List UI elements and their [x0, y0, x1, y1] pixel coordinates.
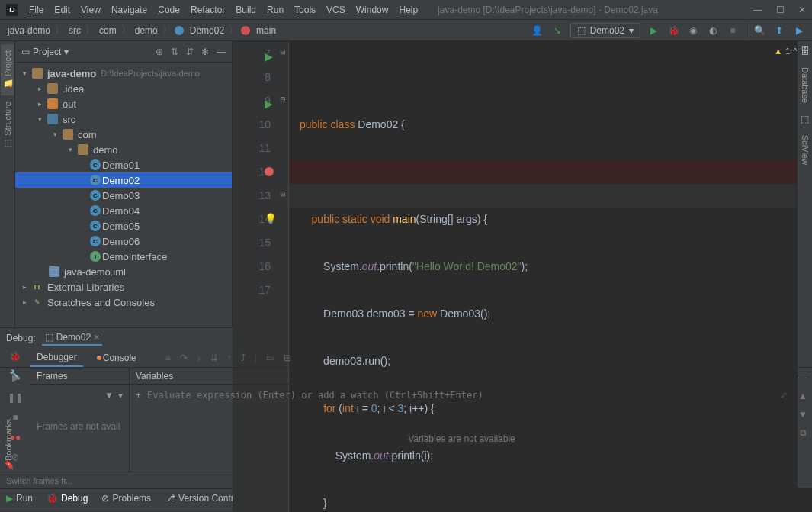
chevron-down-icon[interactable]: ▾ — [64, 47, 69, 57]
hide-icon[interactable]: — — [217, 47, 226, 57]
menu-window[interactable]: Window — [351, 3, 393, 17]
intention-bulb-icon[interactable]: 💡 — [265, 213, 277, 224]
maximize-button[interactable]: ☐ — [776, 5, 785, 15]
close-button[interactable]: ✕ — [798, 5, 806, 15]
menu-run[interactable]: Run — [262, 3, 288, 17]
sidetab-database[interactable]: Database — [799, 63, 811, 108]
debugger-tab[interactable]: Debugger — [30, 349, 83, 367]
coverage-button[interactable]: ◉ — [686, 24, 700, 37]
sciview-icon[interactable]: ⬚ — [801, 114, 809, 124]
expand-icon[interactable]: ⤢ — [780, 390, 788, 401]
bt-vcs[interactable]: ⎇Version Control — [165, 493, 241, 504]
bc-method[interactable]: main — [255, 25, 278, 36]
breakpoint-icon[interactable] — [265, 167, 274, 176]
collapse-all-icon[interactable]: ⇵ — [186, 47, 194, 57]
menu-build[interactable]: Build — [231, 3, 261, 17]
tree-scratches[interactable]: ▸✎Scratches and Consoles — [15, 295, 232, 310]
debug-config[interactable]: Demo02 — [56, 332, 91, 343]
step-out-icon[interactable]: ↑ — [227, 353, 232, 363]
down-icon[interactable]: ▼ — [798, 409, 807, 420]
tree-iml[interactable]: ⬚java-demo.iml — [15, 264, 232, 279]
evaluate-icon[interactable]: ▭ — [266, 353, 274, 363]
settings-icon[interactable]: ✻ — [201, 47, 209, 57]
tree-class[interactable]: CDemo04 — [15, 203, 232, 218]
tree-class[interactable]: CDemo06 — [15, 233, 232, 249]
tree-class[interactable]: CDemo02 — [15, 172, 232, 188]
sidetab-structure[interactable]: ⬚Structure — [1, 95, 14, 155]
stop-button[interactable]: ■ — [726, 24, 740, 37]
tree-com[interactable]: ▾com — [15, 127, 232, 142]
sidetab-project[interactable]: 📁Project — [1, 44, 14, 95]
tree-external[interactable]: ▸⫾⫾External Libraries — [15, 279, 232, 295]
expand-all-icon[interactable]: ⇅ — [171, 47, 178, 57]
debug-button[interactable]: 🐞 — [666, 24, 680, 37]
select-opened-icon[interactable]: ⊕ — [156, 47, 163, 57]
resume-icon[interactable]: ▶ — [12, 372, 19, 383]
up-icon[interactable]: ▲ — [798, 391, 807, 401]
pause-icon[interactable]: ❚❚ — [8, 392, 23, 403]
bt-problems[interactable]: ⊘Problems — [101, 493, 151, 504]
bt-debug[interactable]: 🐞Debug — [47, 493, 88, 504]
database-icon[interactable]: 🗄 — [801, 46, 810, 56]
run-gutter-icon[interactable]: ▶ — [265, 92, 273, 116]
evaluate-input[interactable] — [147, 390, 774, 401]
class-icon — [175, 26, 184, 35]
add-watch-icon[interactable]: + — [136, 390, 141, 401]
menu-help[interactable]: Help — [394, 3, 422, 17]
menu-refactor[interactable]: Refactor — [186, 3, 229, 17]
run-config-selector[interactable]: ⬚ Demo02 ▾ — [570, 23, 640, 38]
bc-src[interactable]: src — [67, 25, 82, 36]
step-icon[interactable]: ≡ — [165, 353, 171, 363]
force-step-icon[interactable]: ⇊ — [210, 353, 218, 363]
tree-class[interactable]: CDemo05 — [15, 218, 232, 233]
menu-navigate[interactable]: Navigate — [107, 3, 152, 17]
step-over-icon[interactable]: ↷ — [180, 353, 188, 363]
navbar: java-demo〉 src〉 com〉 demo〉 Demo02〉 main … — [0, 20, 812, 41]
drop-frame-icon[interactable]: ⤴ — [241, 353, 246, 363]
filter-icon[interactable]: ▼ — [104, 390, 114, 401]
bc-project[interactable]: java-demo — [6, 25, 52, 36]
menu-tools[interactable]: Tools — [290, 3, 320, 17]
step-into-icon[interactable]: ↓ — [197, 353, 201, 363]
console-tab[interactable]: Console — [91, 349, 143, 366]
tree-src[interactable]: ▾src — [15, 111, 232, 127]
tree-out[interactable]: ▸out — [15, 96, 232, 111]
sidetab-bookmarks[interactable]: 🔖Bookmarks — [2, 413, 14, 477]
tree-root[interactable]: ▾ java-demo D:\IdeaProjects\java-demo — [15, 66, 232, 81]
close-icon[interactable]: × — [94, 332, 99, 343]
tree-interface[interactable]: IDemoInterface — [15, 249, 232, 264]
update-icon[interactable]: ⬆ — [772, 24, 786, 37]
run-gutter-icon[interactable]: ▶ — [265, 45, 273, 69]
tree-idea[interactable]: ▸.idea — [15, 81, 232, 96]
run-button[interactable]: ▶ — [647, 24, 660, 37]
menu-edit[interactable]: Edit — [50, 3, 75, 17]
profile-button[interactable]: ◐ — [706, 24, 720, 37]
bc-com[interactable]: com — [98, 25, 118, 36]
menu-view[interactable]: View — [76, 3, 105, 17]
bt-run[interactable]: ▶Run — [6, 493, 33, 504]
project-view-title[interactable]: Project — [33, 47, 61, 57]
method-icon — [241, 26, 250, 35]
tree-class[interactable]: CDemo01 — [15, 157, 232, 172]
tree-demo[interactable]: ▾demo — [15, 142, 232, 157]
build-icon[interactable]: ↘ — [550, 24, 564, 37]
project-panel: ▭ Project ▾ ⊕ ⇅ ⇵ ✻ — ▾ java-demo D:\Ide… — [15, 41, 233, 327]
rerun-icon[interactable]: 🐞 — [9, 351, 21, 362]
ide-settings-icon[interactable]: ▶ — [792, 24, 806, 37]
chevron-down-icon[interactable]: ▾ — [118, 390, 123, 401]
new-watch-icon[interactable]: — — [798, 372, 807, 383]
bc-demo[interactable]: demo — [133, 25, 159, 36]
trace-icon[interactable]: ⊞ — [284, 353, 291, 363]
menu-code[interactable]: Code — [153, 3, 185, 17]
titlebar: IJ File Edit View Navigate Code Refactor… — [0, 0, 812, 20]
menu-file[interactable]: File — [24, 3, 48, 17]
add-user-icon[interactable]: 👤 — [531, 24, 544, 37]
bc-class[interactable]: Demo02 — [188, 25, 226, 36]
minimize-button[interactable]: — — [753, 5, 762, 15]
variables-message: Variables are not available — [130, 406, 794, 472]
menu-vcs[interactable]: VCS — [322, 3, 350, 17]
search-icon[interactable]: 🔍 — [753, 24, 766, 37]
tree-class[interactable]: CDemo03 — [15, 188, 232, 203]
copy-icon[interactable]: ⧉ — [800, 427, 807, 438]
sidetab-sciview[interactable]: SciView — [799, 130, 811, 169]
